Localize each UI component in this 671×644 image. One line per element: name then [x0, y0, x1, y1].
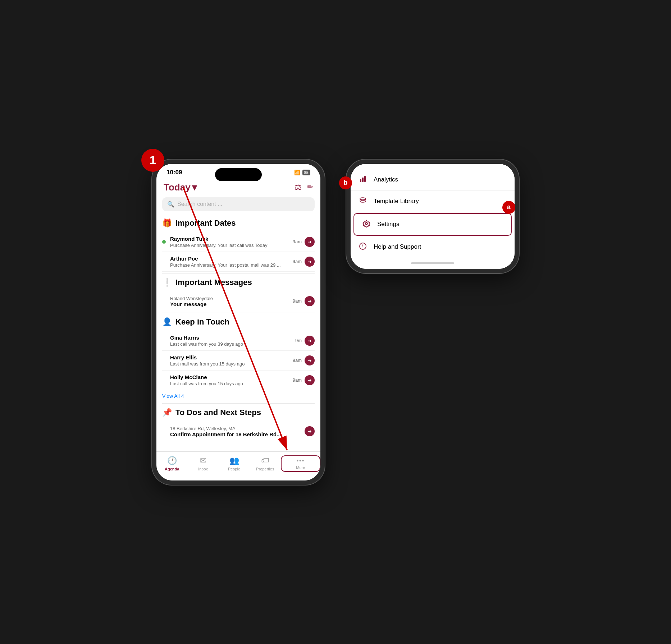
header-title-1[interactable]: Today ▾ [164, 182, 197, 193]
active-dot-raymond [162, 240, 166, 244]
battery-1: 85 [302, 170, 310, 175]
tab-more[interactable]: ••• More [281, 455, 320, 472]
more-options-settings[interactable]: Settings [353, 213, 512, 236]
list-item-holly[interactable]: Holly McClane Last call was from you 15 … [162, 371, 315, 390]
tab-people-label: People [228, 467, 240, 471]
arthur-content: Arthur Poe Purchase Anniversary. Your la… [170, 256, 293, 268]
holly-name: Holly McClane [170, 374, 293, 380]
list-item-arthur-poe[interactable]: Arthur Poe Purchase Anniversary. Your la… [162, 252, 315, 272]
holly-desc: Last call was from you 15 days ago [170, 381, 293, 386]
gina-arrow[interactable]: ➜ [305, 336, 315, 346]
status-icons-1: 📶 85 [294, 170, 310, 175]
more-options-panel: › More Options Sent [351, 164, 515, 269]
harry-desc: Last mail was from you 15 days ago [170, 361, 293, 367]
status-time-1: 10:09 [166, 169, 182, 176]
content-area-1: 🎁 Important Dates Raymond Tusk Purchase … [156, 216, 320, 448]
raymond-arrow[interactable]: ➜ [305, 237, 315, 247]
svg-rect-17 [364, 176, 366, 182]
arthur-desc: Purchase Anniversary. Your last postal m… [170, 262, 293, 268]
analytics-icon [358, 175, 368, 185]
home-indicator-2 [351, 258, 515, 269]
arthur-arrow[interactable]: ➜ [305, 257, 315, 267]
harry-time: 9am [293, 358, 302, 363]
svg-rect-16 [362, 178, 364, 182]
keep-in-touch-title: Keep in Touch [175, 317, 229, 327]
list-item-roland[interactable]: Roland Wensleydale Your message 9am ➜ [162, 291, 315, 311]
list-item-todo-1[interactable]: 18 Berkshire Rd, Wellesley, MA Confirm A… [162, 422, 315, 441]
more-options-analytics[interactable]: Analytics [351, 169, 515, 191]
tab-inbox[interactable]: ✉ Inbox [187, 456, 218, 471]
header-chevron-1: ▾ [192, 182, 197, 193]
more-options-companies[interactable]: Companies [351, 164, 515, 169]
more-options-help[interactable]: i Help and Support [351, 236, 515, 258]
list-item-raymond-tusk[interactable]: Raymond Tusk Purchase Anniversary. Your … [162, 232, 315, 252]
todo-address: 18 Berkshire Rd, Wellesley, MA [170, 426, 305, 431]
view-all-link[interactable]: View All 4 [162, 390, 315, 402]
settings-icon [361, 220, 371, 229]
holly-arrow[interactable]: ➜ [305, 375, 315, 385]
holly-time: 9am [293, 377, 302, 383]
more-options-template-library[interactable]: Template Library [351, 191, 515, 212]
holly-content: Holly McClane Last call was from you 15 … [170, 374, 293, 386]
harry-content: Harry Ellis Last mail was from you 15 da… [170, 354, 293, 367]
phone-1: 10:09 📶 85 Today ▾ ⚖ ✏ � [152, 160, 325, 485]
list-item-harry[interactable]: Harry Ellis Last mail was from you 15 da… [162, 351, 315, 371]
template-library-icon [358, 197, 368, 206]
header-title-text-1: Today [164, 182, 191, 193]
harry-arrow[interactable]: ➜ [305, 355, 315, 365]
search-placeholder-1: Search content ... [177, 201, 222, 207]
todo-content: 18 Berkshire Rd, Wellesley, MA Confirm A… [170, 425, 305, 437]
tab-agenda-label: Agenda [165, 467, 179, 471]
app-header-1: Today ▾ ⚖ ✏ [156, 179, 320, 196]
important-messages-icon: ❕ [162, 278, 172, 287]
section-important-messages: ❕ Important Messages [162, 278, 315, 287]
harry-name: Harry Ellis [170, 354, 293, 360]
people-icon: 👥 [229, 456, 239, 465]
annotation-1: 1 [141, 149, 164, 172]
properties-icon: 🏷 [261, 456, 269, 465]
roland-content: Roland Wensleydale Your message [170, 295, 293, 307]
header-actions-1: ⚖ ✏ [295, 183, 313, 192]
todo-arrow[interactable]: ➜ [305, 426, 315, 436]
roland-msg: Your message [170, 301, 293, 307]
tab-properties-label: Properties [256, 467, 274, 471]
dynamic-island-1 [215, 168, 262, 181]
raymond-desc: Purchase Anniversary. Your last call was… [170, 243, 293, 248]
home-bar-2 [411, 262, 454, 264]
important-dates-icon: 🎁 [162, 218, 172, 228]
section-important-dates: 🎁 Important Dates [162, 218, 315, 228]
gina-time: 9m [295, 338, 302, 343]
list-item-gina[interactable]: Gina Harris Last call was from you 39 da… [162, 331, 315, 351]
help-label: Help and Support [374, 243, 421, 250]
tab-people[interactable]: 👥 People [219, 456, 250, 471]
roland-arrow[interactable]: ➜ [305, 296, 315, 306]
agenda-icon: 🕐 [167, 456, 177, 465]
gina-content: Gina Harris Last call was from you 39 da… [170, 335, 295, 347]
section-keep-in-touch: 👤 Keep in Touch [162, 317, 315, 327]
status-bar-1: 10:09 📶 85 [156, 164, 320, 179]
settings-label: Settings [377, 221, 399, 228]
divider-2 [162, 313, 315, 313]
important-dates-title: Important Dates [175, 218, 236, 228]
tab-inbox-label: Inbox [198, 467, 208, 471]
svg-text:i: i [362, 243, 363, 249]
gina-desc: Last call was from you 39 days ago [170, 341, 295, 347]
divider-1 [162, 273, 315, 273]
tab-agenda[interactable]: 🕐 Agenda [156, 456, 187, 471]
search-bar-1[interactable]: 🔍 Search content ... [162, 197, 315, 211]
tab-bar-1: 🕐 Agenda ✉ Inbox 👥 People 🏷 Properties •… [156, 451, 320, 480]
compose-icon-1[interactable]: ✏ [307, 183, 313, 192]
phone-2-screen: 10:09 📶 85 Today ▾ ⚖ ✏ � [351, 164, 515, 269]
tab-more-label: More [296, 465, 305, 470]
todo-name: Confirm Appointment for 18 Berkshire Rd.… [170, 431, 305, 437]
phone-1-screen: 10:09 📶 85 Today ▾ ⚖ ✏ � [156, 164, 320, 480]
search-icon-1: 🔍 [167, 201, 174, 208]
tab-properties[interactable]: 🏷 Properties [250, 456, 280, 471]
phone-2: b 10:09 📶 85 Today ▾ ⚖ [346, 160, 519, 273]
more-icon: ••• [296, 457, 305, 464]
annotation-a: a [502, 201, 515, 214]
svg-point-19 [365, 222, 368, 225]
raymond-content: Raymond Tusk Purchase Anniversary. Your … [170, 236, 293, 248]
scene: 1 10:09 📶 85 Today [152, 160, 519, 485]
filter-icon-1[interactable]: ⚖ [295, 183, 302, 192]
